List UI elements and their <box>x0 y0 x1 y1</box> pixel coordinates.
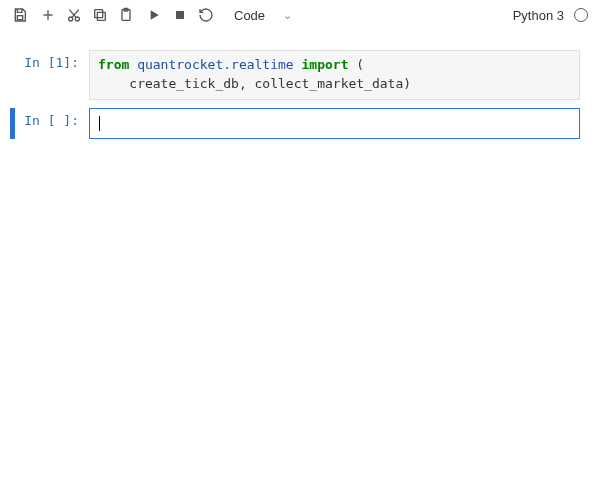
save-button[interactable] <box>8 3 32 27</box>
run-button[interactable] <box>142 3 166 27</box>
cell-select-bar <box>10 108 15 139</box>
kernel-name: Python 3 <box>513 8 564 23</box>
code-cell[interactable]: In [ ]: <box>10 108 590 139</box>
code-input[interactable] <box>89 108 580 139</box>
keyword-from: from <box>98 57 129 72</box>
svg-point-4 <box>75 17 79 21</box>
cut-button[interactable] <box>62 3 86 27</box>
code-cell[interactable]: In [1]: from quantrocket.realtime import… <box>10 50 590 100</box>
cell-prompt: In [ ]: <box>19 108 89 128</box>
svg-rect-7 <box>97 12 105 20</box>
chevron-down-icon: ⌄ <box>283 9 292 22</box>
code-input[interactable]: from quantrocket.realtime import ( creat… <box>89 50 580 100</box>
svg-rect-12 <box>176 11 184 19</box>
stop-button[interactable] <box>168 3 192 27</box>
copy-button[interactable] <box>88 3 112 27</box>
restart-button[interactable] <box>194 3 218 27</box>
keyword-import: import <box>302 57 349 72</box>
module-path: quantrocket.realtime <box>137 57 294 72</box>
svg-rect-8 <box>95 10 103 18</box>
svg-marker-11 <box>151 10 159 19</box>
code-text: create_tick_db, collect_market_data) <box>98 76 411 91</box>
svg-point-3 <box>69 17 73 21</box>
kernel-status-icon <box>574 8 588 22</box>
notebook-toolbar: Code ⌄ Python 3 <box>0 0 600 30</box>
text-cursor <box>99 116 100 131</box>
notebook-cells: In [1]: from quantrocket.realtime import… <box>0 30 600 157</box>
cell-type-label: Code <box>234 8 265 23</box>
paste-button[interactable] <box>114 3 138 27</box>
cell-prompt: In [1]: <box>19 50 89 70</box>
svg-rect-0 <box>17 16 22 20</box>
kernel-indicator[interactable]: Python 3 <box>513 8 592 23</box>
add-cell-button[interactable] <box>36 3 60 27</box>
cell-type-select[interactable]: Code ⌄ <box>228 8 298 23</box>
code-text: ( <box>348 57 364 72</box>
cell-select-bar <box>10 50 15 100</box>
